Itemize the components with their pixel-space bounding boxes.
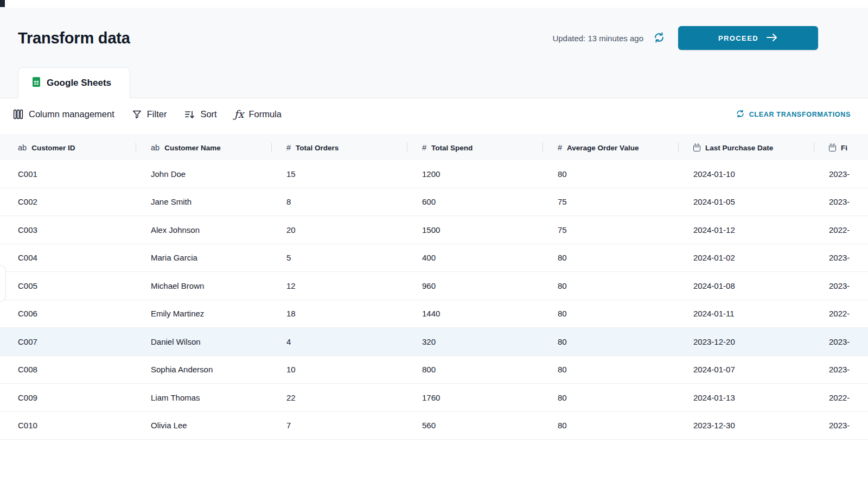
table-cell: 2023- — [814, 188, 868, 216]
column-header[interactable]: #Total Orders — [271, 135, 407, 160]
column-header[interactable]: abCustomer ID — [0, 135, 136, 160]
table-cell: C008 — [0, 356, 136, 384]
table-cell: Sophia Anderson — [136, 356, 271, 384]
transform-data-page: Transform data Updated: 13 minutes ago P — [0, 0, 868, 488]
table-cell: 7 — [271, 412, 407, 440]
table-cell: C006 — [0, 300, 136, 328]
column-header-label: Total Orders — [296, 144, 339, 152]
table-cell: 8 — [271, 188, 407, 216]
table-cell: 2022- — [814, 300, 868, 328]
table-row[interactable]: C003Alex Johnson201500752024-01-122022- — [0, 216, 868, 244]
calendar-icon — [693, 145, 700, 151]
tab-google-sheets[interactable]: Google Sheets — [18, 67, 130, 98]
table-cell: 2024-01-11 — [678, 300, 814, 328]
side-panel-handle[interactable] — [0, 265, 6, 302]
table-cell: 80 — [542, 272, 678, 300]
table-cell: 400 — [407, 244, 542, 272]
column-header[interactable]: Fi — [814, 135, 868, 160]
clear-transformations-button[interactable]: CLEAR TRANSFORMATIONS — [736, 109, 851, 120]
table-row[interactable]: C005Michael Brown12960802024-01-082023- — [0, 272, 868, 300]
table-row[interactable]: C009Liam Thomas221760802024-01-132022- — [0, 384, 868, 412]
table-cell: 2023- — [814, 160, 868, 188]
table-cell: 5 — [271, 244, 407, 272]
column-header[interactable]: Last Purchase Date — [678, 135, 814, 160]
column-header[interactable]: abCustomer Name — [136, 135, 271, 160]
table-cell: 2023- — [814, 244, 868, 272]
table-cell: 1200 — [407, 160, 542, 188]
table-row[interactable]: C001John Doe151200802024-01-102023- — [0, 160, 868, 188]
tab-label: Google Sheets — [47, 78, 111, 88]
table-cell: 2022- — [814, 384, 868, 411]
table-cell: 2023-12-30 — [678, 412, 814, 440]
table-cell: 18 — [271, 300, 407, 328]
table-body: C001John Doe151200802024-01-102023-C002J… — [0, 160, 868, 440]
text-type-icon: ab — [151, 144, 159, 152]
clear-transformations-label: CLEAR TRANSFORMATIONS — [749, 111, 851, 118]
google-sheets-icon — [32, 77, 41, 90]
table-cell: 960 — [407, 272, 542, 300]
table-cell: C009 — [0, 384, 136, 411]
proceed-button-label: PROCEED — [718, 34, 758, 42]
column-header-label: Customer ID — [31, 144, 75, 152]
table-cell: 2024-01-02 — [678, 244, 814, 272]
column-management-button[interactable]: Column management — [12, 109, 114, 120]
table-row[interactable]: C004Maria Garcia5400802024-01-022023- — [0, 244, 868, 272]
table-cell: 10 — [271, 356, 407, 384]
formula-button[interactable]: ƒx Formula — [234, 109, 282, 119]
arrow-right-icon — [766, 33, 778, 43]
table-cell: 800 — [407, 356, 542, 384]
table-cell: 2024-01-05 — [678, 188, 814, 216]
table-cell: 80 — [542, 300, 678, 328]
tool-label: Column management — [29, 109, 114, 119]
table-cell: 2023- — [814, 412, 868, 440]
column-header-label: Customer Name — [164, 144, 221, 152]
column-header[interactable]: #Average Order Value — [542, 135, 678, 160]
updated-timestamp: Updated: 13 minutes ago — [552, 34, 643, 43]
table-row[interactable]: C007Daniel Wilson4320802023-12-202023- — [0, 328, 868, 356]
table-cell: 80 — [542, 356, 678, 384]
calendar-icon — [829, 145, 836, 151]
window-corner-fragment — [0, 0, 5, 7]
table-cell: Maria Garcia — [136, 244, 271, 272]
filter-icon — [132, 109, 142, 119]
table-cell: John Doe — [136, 160, 271, 188]
filter-button[interactable]: Filter — [132, 109, 167, 119]
table-cell: C001 — [0, 160, 136, 188]
refresh-button[interactable] — [653, 31, 665, 45]
table-cell: 320 — [407, 328, 542, 356]
table-row[interactable]: C008Sophia Anderson10800802024-01-072023… — [0, 356, 868, 384]
transformations-toolbar: Column management Filter Sort — [0, 98, 868, 130]
number-type-icon: # — [422, 144, 426, 152]
table-cell: 75 — [542, 188, 678, 216]
table-cell: 80 — [542, 384, 678, 411]
table-cell: Alex Johnson — [136, 216, 271, 244]
column-header-label: Total Spend — [431, 144, 473, 152]
column-header[interactable]: #Total Spend — [407, 135, 542, 160]
columns-icon — [12, 109, 24, 120]
table-cell: Liam Thomas — [136, 384, 271, 411]
column-header-label: Last Purchase Date — [705, 144, 773, 152]
table-cell: 2024-01-12 — [678, 216, 814, 244]
table-cell: C010 — [0, 412, 136, 440]
table-cell: 2023- — [814, 356, 868, 384]
page-header-section: Transform data Updated: 13 minutes ago P — [0, 8, 868, 98]
table-cell: 75 — [542, 216, 678, 244]
table-cell: 2024-01-13 — [678, 384, 814, 411]
table-cell: 2024-01-08 — [678, 272, 814, 300]
refresh-icon — [736, 109, 745, 120]
table-cell: 2023- — [814, 328, 868, 356]
table-cell: C004 — [0, 244, 136, 272]
table-cell: 1500 — [407, 216, 542, 244]
source-tab-bar: Google Sheets — [0, 67, 868, 98]
header-actions: Updated: 13 minutes ago PROCEED — [552, 26, 818, 50]
proceed-button[interactable]: PROCEED — [678, 26, 818, 50]
table-row[interactable]: C002Jane Smith8600752024-01-052023- — [0, 188, 868, 217]
table-cell: 4 — [271, 328, 407, 356]
table-row[interactable]: C010Olivia Lee7560802023-12-302023- — [0, 412, 868, 440]
table-cell: C002 — [0, 188, 136, 216]
sort-button[interactable]: Sort — [184, 109, 216, 120]
table-row[interactable]: C006Emily Martinez181440802024-01-112022… — [0, 300, 868, 328]
table-cell: 15 — [271, 160, 407, 188]
table-cell: 1760 — [407, 384, 542, 411]
table-cell: 560 — [407, 412, 542, 440]
